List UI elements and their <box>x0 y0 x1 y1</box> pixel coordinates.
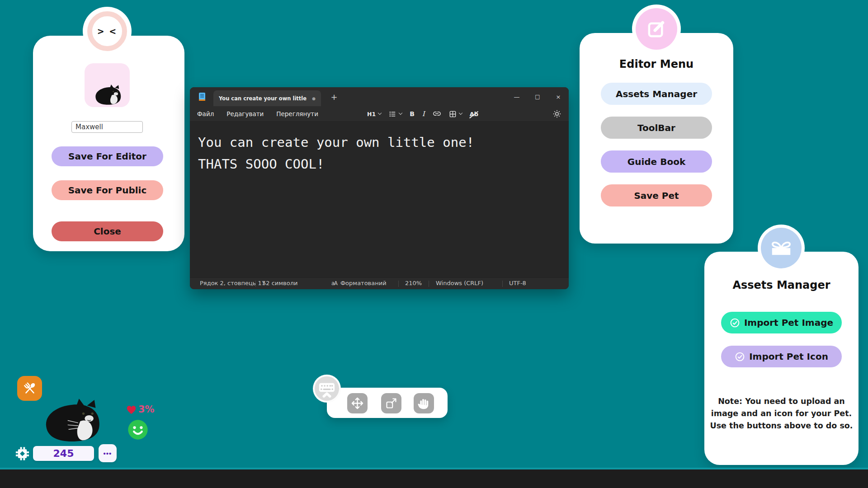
table-icon <box>449 110 457 118</box>
tab-title: You can create your own little one! <box>219 95 308 102</box>
hand-tool-button[interactable] <box>414 393 434 413</box>
chevron-down-icon <box>399 111 402 115</box>
menu-view[interactable]: Переглянути <box>276 110 318 117</box>
close-window-button[interactable]: × <box>548 87 569 106</box>
gift-icon-circle <box>761 228 802 268</box>
clear-formatting-button[interactable]: Ab <box>470 111 478 117</box>
bold-button[interactable]: B <box>410 110 415 117</box>
check-circle-icon <box>735 352 745 362</box>
toolbar-button[interactable]: ToolBar <box>601 117 712 139</box>
note-line: Use the buttons above to do so. <box>709 420 854 432</box>
pet-editor-card: > < Save For Editor Save For Public Clos… <box>33 36 184 251</box>
char-count: 52 символи <box>262 280 297 286</box>
menu-edit[interactable]: Редагувати <box>226 110 264 117</box>
mood-smiley-button[interactable] <box>127 419 148 440</box>
pet-name-input[interactable] <box>71 121 143 133</box>
format-toolbar: H1 B I Ab <box>367 106 478 122</box>
menu-file[interactable]: Файл <box>197 110 214 117</box>
link-icon <box>433 110 441 118</box>
taskbar[interactable] <box>0 468 868 488</box>
points-counter: 245 <box>33 446 94 461</box>
pet-image-preview <box>85 63 130 107</box>
move-icon <box>350 396 364 410</box>
table-dropdown[interactable] <box>449 110 462 118</box>
import-pet-icon-button[interactable]: Import Pet Icon <box>721 346 842 367</box>
heart-icon <box>125 404 137 415</box>
notepad-status-bar: Рядок 2, стовпець 17 52 символи aA Форма… <box>190 277 569 289</box>
list-dropdown[interactable] <box>389 110 402 118</box>
notepad-tab[interactable]: You can create your own little one! ● <box>213 90 321 106</box>
more-options-button[interactable]: ••• <box>99 444 117 462</box>
keyboard-toggle-button[interactable] <box>313 375 341 403</box>
pet-face-badge: > < <box>83 7 132 56</box>
love-percentage: 3% <box>138 404 155 415</box>
notepad-window: You can create your own little one! ● + … <box>190 87 569 289</box>
line-ending: Windows (CRLF) <box>436 280 483 286</box>
new-tab-button[interactable]: + <box>328 91 340 103</box>
pet-tools-bar <box>327 388 448 418</box>
edit-icon <box>646 19 667 39</box>
minimize-button[interactable]: — <box>506 87 527 106</box>
assets-manager-card: Assets Manager Import Pet Image Import P… <box>704 252 859 465</box>
format-icon: aA <box>331 280 337 286</box>
resize-icon <box>385 397 398 410</box>
desktop-pet-cat[interactable] <box>36 394 105 447</box>
link-button[interactable] <box>433 110 441 118</box>
divider <box>255 281 256 287</box>
editor-menu-title: Editor Menu <box>580 58 733 70</box>
close-button[interactable]: Close <box>52 221 163 241</box>
text-line: You can create your own little one! <box>198 135 474 150</box>
divider <box>429 281 429 287</box>
chevron-down-icon <box>459 111 462 115</box>
notepad-menubar: Файл Редагувати Переглянути H1 B I <box>190 106 569 122</box>
move-tool-button[interactable] <box>347 393 368 413</box>
cat-image <box>91 83 123 107</box>
assets-manager-button[interactable]: Assets Manager <box>601 83 712 105</box>
settings-gear-icon[interactable] <box>552 109 561 118</box>
note-line: Note: You need to upload an <box>709 395 854 408</box>
note-line: image and an icon for your Pet. <box>709 408 854 420</box>
pet-face-ring: > < <box>87 11 127 51</box>
assets-manager-badge <box>758 225 805 272</box>
chip-icon <box>15 446 30 462</box>
check-circle-icon <box>730 318 740 328</box>
format-mode: aA Форматований <box>331 280 387 286</box>
list-icon <box>389 110 396 118</box>
resize-tool-button[interactable] <box>381 393 401 413</box>
maximize-button[interactable]: □ <box>527 87 548 106</box>
unsaved-indicator-dot: ● <box>312 96 316 101</box>
guide-book-button[interactable]: Guide Book <box>601 150 712 173</box>
chevron-down-icon <box>378 111 382 115</box>
editor-menu-badge <box>632 5 681 53</box>
divider <box>398 281 399 287</box>
save-for-public-button[interactable]: Save For Public <box>52 180 163 200</box>
window-controls: — □ × <box>506 87 569 106</box>
keyboard-icon <box>317 379 337 399</box>
heading-dropdown[interactable]: H1 <box>367 111 381 117</box>
edit-icon-circle <box>636 8 677 50</box>
assets-note: Note: You need to upload an image and an… <box>709 395 854 432</box>
import-pet-image-button[interactable]: Import Pet Image <box>721 312 842 333</box>
encoding: UTF-8 <box>509 280 526 286</box>
assets-manager-title: Assets Manager <box>704 279 859 291</box>
save-for-editor-button[interactable]: Save For Editor <box>52 146 163 166</box>
save-pet-button[interactable]: Save Pet <box>601 184 712 206</box>
notepad-titlebar: You can create your own little one! ● + … <box>190 87 569 106</box>
notepad-app-icon <box>197 92 207 102</box>
editor-menu-card: Editor Menu Assets Manager ToolBar Guide… <box>580 33 733 244</box>
notepad-text-area[interactable]: You can create your own little one! THAT… <box>190 122 569 277</box>
italic-button[interactable]: I <box>422 110 425 118</box>
gift-icon <box>769 238 793 258</box>
zoom-level: 210% <box>405 280 422 286</box>
divider <box>502 281 503 287</box>
pet-face-emoticon: > < <box>97 26 117 36</box>
fork-spoon-icon <box>22 380 38 397</box>
desktop: { "colors": { "background": "#00828b", "… <box>0 0 868 488</box>
text-line: THATS SOOO COOL! <box>198 156 324 172</box>
hand-icon <box>417 397 430 410</box>
